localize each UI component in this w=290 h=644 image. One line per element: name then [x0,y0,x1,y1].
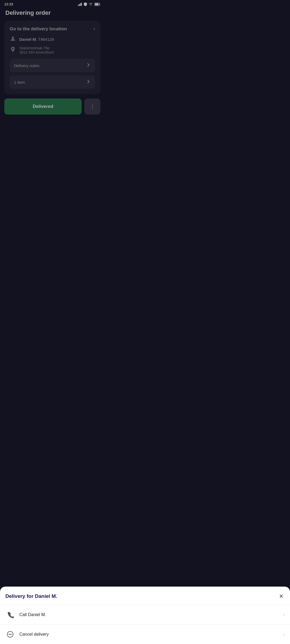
overlay[interactable] [0,0,105,226]
